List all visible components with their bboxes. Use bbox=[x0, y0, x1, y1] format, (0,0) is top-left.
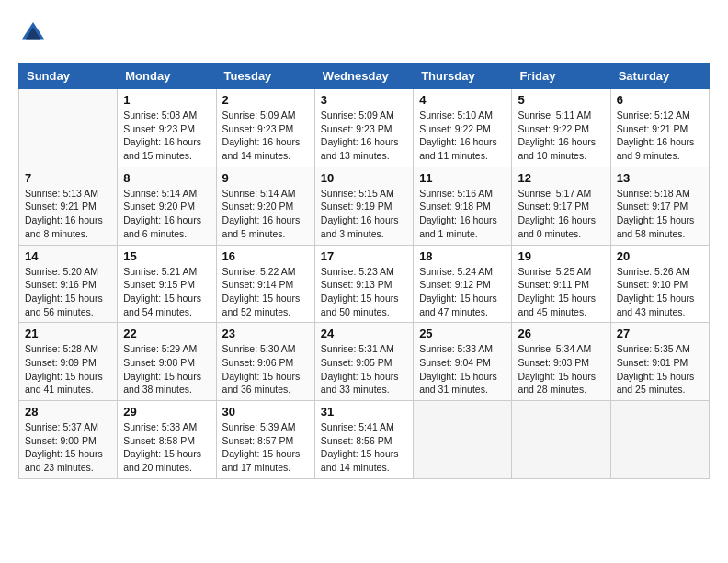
day-info: Sunrise: 5:38 AMSunset: 8:58 PMDaylight:… bbox=[123, 420, 210, 475]
calendar-cell: 24Sunrise: 5:31 AMSunset: 9:05 PMDayligh… bbox=[314, 323, 413, 401]
day-info: Sunrise: 5:14 AMSunset: 9:20 PMDaylight:… bbox=[222, 187, 309, 241]
day-number: 15 bbox=[123, 249, 210, 263]
day-info: Sunrise: 5:15 AMSunset: 9:19 PMDaylight:… bbox=[321, 187, 407, 241]
calendar-cell: 14Sunrise: 5:20 AMSunset: 9:16 PMDayligh… bbox=[19, 245, 118, 323]
day-info: Sunrise: 5:33 AMSunset: 9:04 PMDaylight:… bbox=[419, 342, 506, 396]
day-info: Sunrise: 5:13 AMSunset: 9:21 PMDaylight:… bbox=[25, 187, 111, 241]
calendar-cell: 12Sunrise: 5:17 AMSunset: 9:17 PMDayligh… bbox=[512, 167, 610, 245]
logo bbox=[18, 18, 51, 48]
calendar-cell: 11Sunrise: 5:16 AMSunset: 9:18 PMDayligh… bbox=[414, 167, 512, 245]
day-number: 21 bbox=[25, 327, 111, 340]
page-header bbox=[18, 18, 710, 48]
calendar-table: SundayMondayTuesdayWednesdayThursdayFrid… bbox=[18, 63, 710, 479]
calendar-body: 1Sunrise: 5:08 AMSunset: 9:23 PMDaylight… bbox=[19, 89, 710, 479]
calendar-cell: 13Sunrise: 5:18 AMSunset: 9:17 PMDayligh… bbox=[610, 167, 709, 245]
calendar-cell bbox=[19, 89, 118, 167]
day-info: Sunrise: 5:14 AMSunset: 9:20 PMDaylight:… bbox=[123, 187, 210, 241]
calendar-cell: 31Sunrise: 5:41 AMSunset: 8:56 PMDayligh… bbox=[314, 401, 413, 479]
day-number: 9 bbox=[222, 171, 309, 185]
day-number: 31 bbox=[321, 405, 407, 419]
calendar-header: SundayMondayTuesdayWednesdayThursdayFrid… bbox=[19, 63, 710, 89]
calendar-cell: 20Sunrise: 5:26 AMSunset: 9:10 PMDayligh… bbox=[610, 245, 709, 323]
weekday-monday: Monday bbox=[118, 63, 216, 89]
day-number: 16 bbox=[222, 249, 309, 263]
calendar-cell: 19Sunrise: 5:25 AMSunset: 9:11 PMDayligh… bbox=[512, 245, 610, 323]
day-number: 6 bbox=[617, 93, 703, 107]
weekday-friday: Friday bbox=[512, 63, 610, 89]
day-number: 1 bbox=[123, 93, 210, 107]
day-number: 14 bbox=[25, 249, 111, 263]
week-row-4: 21Sunrise: 5:28 AMSunset: 9:09 PMDayligh… bbox=[19, 323, 710, 401]
day-info: Sunrise: 5:37 AMSunset: 9:00 PMDaylight:… bbox=[25, 420, 111, 475]
calendar-cell: 4Sunrise: 5:10 AMSunset: 9:22 PMDaylight… bbox=[414, 89, 512, 167]
day-info: Sunrise: 5:26 AMSunset: 9:10 PMDaylight:… bbox=[617, 265, 703, 319]
day-info: Sunrise: 5:41 AMSunset: 8:56 PMDaylight:… bbox=[321, 420, 407, 475]
week-row-2: 7Sunrise: 5:13 AMSunset: 9:21 PMDaylight… bbox=[19, 167, 710, 245]
day-info: Sunrise: 5:21 AMSunset: 9:15 PMDaylight:… bbox=[123, 265, 210, 319]
day-number: 19 bbox=[518, 249, 604, 263]
calendar-cell bbox=[610, 401, 709, 479]
day-info: Sunrise: 5:09 AMSunset: 9:23 PMDaylight:… bbox=[222, 109, 309, 163]
calendar-cell: 25Sunrise: 5:33 AMSunset: 9:04 PMDayligh… bbox=[414, 323, 512, 401]
day-info: Sunrise: 5:11 AMSunset: 9:22 PMDaylight:… bbox=[518, 109, 604, 163]
day-info: Sunrise: 5:34 AMSunset: 9:03 PMDaylight:… bbox=[518, 342, 604, 396]
day-info: Sunrise: 5:31 AMSunset: 9:05 PMDaylight:… bbox=[321, 342, 407, 396]
calendar-cell: 28Sunrise: 5:37 AMSunset: 9:00 PMDayligh… bbox=[19, 401, 118, 479]
calendar-cell bbox=[512, 401, 610, 479]
day-info: Sunrise: 5:39 AMSunset: 8:57 PMDaylight:… bbox=[222, 420, 309, 475]
day-number: 23 bbox=[222, 327, 309, 340]
day-number: 25 bbox=[419, 327, 506, 340]
calendar-cell: 15Sunrise: 5:21 AMSunset: 9:15 PMDayligh… bbox=[118, 245, 216, 323]
calendar-cell: 26Sunrise: 5:34 AMSunset: 9:03 PMDayligh… bbox=[512, 323, 610, 401]
day-number: 4 bbox=[419, 93, 506, 107]
day-info: Sunrise: 5:10 AMSunset: 9:22 PMDaylight:… bbox=[419, 109, 506, 163]
calendar-cell: 3Sunrise: 5:09 AMSunset: 9:23 PMDaylight… bbox=[314, 89, 413, 167]
day-info: Sunrise: 5:16 AMSunset: 9:18 PMDaylight:… bbox=[419, 187, 506, 241]
day-info: Sunrise: 5:29 AMSunset: 9:08 PMDaylight:… bbox=[123, 342, 210, 396]
day-info: Sunrise: 5:28 AMSunset: 9:09 PMDaylight:… bbox=[25, 342, 111, 396]
day-info: Sunrise: 5:18 AMSunset: 9:17 PMDaylight:… bbox=[617, 187, 703, 241]
weekday-row: SundayMondayTuesdayWednesdayThursdayFrid… bbox=[19, 63, 710, 89]
day-info: Sunrise: 5:35 AMSunset: 9:01 PMDaylight:… bbox=[617, 342, 703, 396]
day-number: 30 bbox=[222, 405, 309, 419]
week-row-3: 14Sunrise: 5:20 AMSunset: 9:16 PMDayligh… bbox=[19, 245, 710, 323]
day-info: Sunrise: 5:20 AMSunset: 9:16 PMDaylight:… bbox=[25, 265, 111, 319]
day-number: 24 bbox=[321, 327, 407, 340]
day-number: 28 bbox=[25, 405, 111, 419]
day-info: Sunrise: 5:12 AMSunset: 9:21 PMDaylight:… bbox=[617, 109, 703, 163]
weekday-sunday: Sunday bbox=[19, 63, 118, 89]
calendar-cell: 30Sunrise: 5:39 AMSunset: 8:57 PMDayligh… bbox=[216, 401, 314, 479]
day-info: Sunrise: 5:23 AMSunset: 9:13 PMDaylight:… bbox=[321, 265, 407, 319]
day-number: 22 bbox=[123, 327, 210, 340]
calendar-cell: 9Sunrise: 5:14 AMSunset: 9:20 PMDaylight… bbox=[216, 167, 314, 245]
weekday-thursday: Thursday bbox=[414, 63, 512, 89]
day-info: Sunrise: 5:30 AMSunset: 9:06 PMDaylight:… bbox=[222, 342, 309, 396]
calendar-cell: 22Sunrise: 5:29 AMSunset: 9:08 PMDayligh… bbox=[118, 323, 216, 401]
weekday-tuesday: Tuesday bbox=[216, 63, 314, 89]
day-number: 7 bbox=[25, 171, 111, 185]
day-number: 10 bbox=[321, 171, 407, 185]
calendar-cell: 10Sunrise: 5:15 AMSunset: 9:19 PMDayligh… bbox=[314, 167, 413, 245]
day-number: 29 bbox=[123, 405, 210, 419]
calendar-cell: 21Sunrise: 5:28 AMSunset: 9:09 PMDayligh… bbox=[19, 323, 118, 401]
calendar-cell: 16Sunrise: 5:22 AMSunset: 9:14 PMDayligh… bbox=[216, 245, 314, 323]
calendar-cell: 2Sunrise: 5:09 AMSunset: 9:23 PMDaylight… bbox=[216, 89, 314, 167]
day-number: 12 bbox=[518, 171, 604, 185]
day-info: Sunrise: 5:22 AMSunset: 9:14 PMDaylight:… bbox=[222, 265, 309, 319]
calendar-cell: 17Sunrise: 5:23 AMSunset: 9:13 PMDayligh… bbox=[314, 245, 413, 323]
calendar-cell: 8Sunrise: 5:14 AMSunset: 9:20 PMDaylight… bbox=[118, 167, 216, 245]
day-number: 5 bbox=[518, 93, 604, 107]
calendar-cell: 6Sunrise: 5:12 AMSunset: 9:21 PMDaylight… bbox=[610, 89, 709, 167]
logo-icon bbox=[18, 18, 48, 48]
day-info: Sunrise: 5:24 AMSunset: 9:12 PMDaylight:… bbox=[419, 265, 506, 319]
day-info: Sunrise: 5:25 AMSunset: 9:11 PMDaylight:… bbox=[518, 265, 604, 319]
day-number: 13 bbox=[617, 171, 703, 185]
calendar-cell: 1Sunrise: 5:08 AMSunset: 9:23 PMDaylight… bbox=[118, 89, 216, 167]
day-number: 11 bbox=[419, 171, 506, 185]
day-number: 2 bbox=[222, 93, 309, 107]
day-number: 27 bbox=[617, 327, 703, 340]
day-number: 18 bbox=[419, 249, 506, 263]
day-info: Sunrise: 5:09 AMSunset: 9:23 PMDaylight:… bbox=[321, 109, 407, 163]
calendar-cell: 7Sunrise: 5:13 AMSunset: 9:21 PMDaylight… bbox=[19, 167, 118, 245]
day-info: Sunrise: 5:17 AMSunset: 9:17 PMDaylight:… bbox=[518, 187, 604, 241]
